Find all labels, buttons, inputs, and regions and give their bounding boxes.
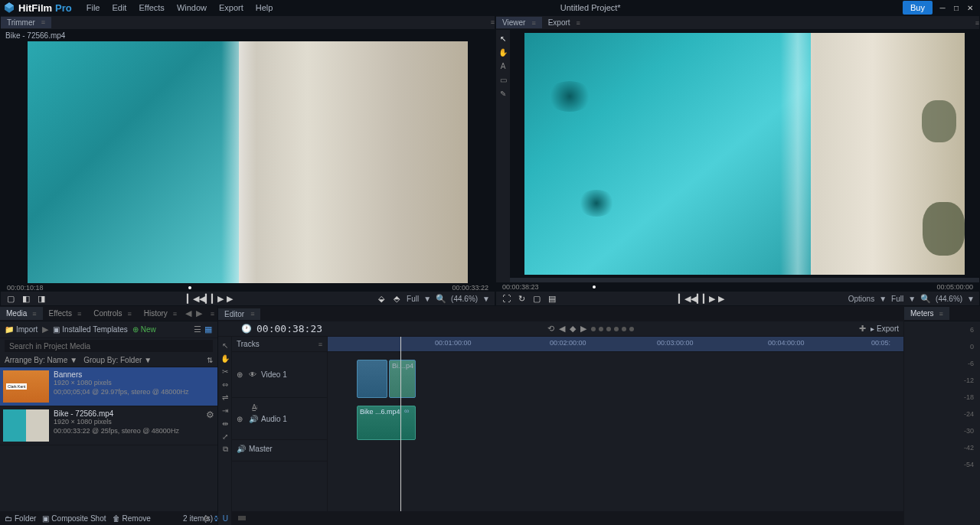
next-marker-icon[interactable]: ▶ [580,324,586,334]
media-item[interactable]: Banners 1920 × 1080 pixels 00;00;05;04 @… [0,367,217,406]
search-input[interactable] [5,340,213,352]
step-back-button[interactable]: ◀▎ [691,293,702,304]
mark-out-icon[interactable]: ◨ [36,293,47,304]
video-clip[interactable]: Bi....p4 [389,360,416,398]
marker-dot[interactable] [622,327,626,331]
split-icon[interactable]: ▤ [547,293,557,304]
arrange-by[interactable]: Arrange By: Name ▼ [5,356,77,364]
in-out-icon[interactable]: ▢ [5,293,16,304]
video-clip[interactable] [357,360,387,398]
play-button[interactable]: ▎▶ [704,293,714,304]
next-frame-button[interactable]: ▶ [224,293,235,304]
remove-button[interactable]: 🗑 Remove [113,514,151,523]
menu-help[interactable]: Help [250,2,279,14]
effects-tab[interactable]: Effects≡ [43,307,88,320]
play-button[interactable]: ▎▶ [212,293,223,304]
new-button[interactable]: ⊕ New [132,325,156,334]
roll-tool[interactable]: ⇹ [220,418,230,429]
trimmer-quality[interactable]: Full [407,295,419,303]
editor-tab[interactable]: Editor≡ [218,308,260,320]
video-track-label[interactable]: Video 1 [261,370,287,379]
insert-icon[interactable]: ⬙ [376,293,387,304]
tab-nav-right[interactable]: ▶ [194,308,204,318]
select-tool-icon[interactable]: ↖ [498,33,508,44]
timeline-timecode[interactable]: 00:00:38:23 [256,323,322,334]
viewer-preview[interactable] [524,33,965,275]
marker-dot[interactable] [614,327,619,331]
marker-dot[interactable] [629,327,634,331]
crop-icon[interactable]: ▢ [531,293,542,304]
export-button[interactable]: ▸ Export [871,324,899,333]
tracks-menu-icon[interactable]: ≡ [318,341,322,348]
next-frame-button[interactable]: ▶ [716,293,727,304]
snap-u-icon[interactable]: U [223,513,228,523]
viewer-export-tab[interactable]: Export≡ [542,17,586,28]
zoom-icon[interactable]: 🔍 [436,293,446,304]
ripple-tool[interactable]: ⇥ [220,405,230,416]
lock-icon[interactable]: ⊕ [237,415,246,423]
buy-button[interactable]: Buy [903,1,933,15]
viewer-quality[interactable]: Full [891,295,903,303]
templates-button[interactable]: ▣ Installed Templates [53,325,127,334]
marker-dot[interactable] [599,327,603,331]
lock-icon[interactable]: ⊕ [237,370,246,379]
menu-window[interactable]: Window [172,2,212,14]
menu-edit[interactable]: Edit [106,2,132,14]
menu-file[interactable]: File [81,2,106,14]
text-tool-icon[interactable]: A [498,60,508,71]
menu-effects[interactable]: Effects [133,2,169,14]
fullscreen-icon[interactable]: ⛶ [501,293,511,304]
zoom-icon[interactable]: 🔍 [920,293,931,304]
trimmer-preview[interactable] [28,41,468,283]
hand-tool-icon[interactable]: ✋ [498,47,508,57]
slide-tool[interactable]: ⇌ [220,392,230,403]
fx-icon[interactable]: A̲ᵢ [252,403,258,411]
trimmer-tab[interactable]: Trimmer≡ [1,17,51,28]
marker-icon[interactable]: ◆ [570,324,576,334]
gear-icon[interactable]: ⚙ [206,409,214,442]
controls-tab[interactable]: Controls≡ [87,307,138,320]
group-by[interactable]: Group By: Folder ▼ [83,356,152,364]
marker-dot[interactable] [591,327,596,331]
master-track-label[interactable]: Master [249,445,273,453]
marker-dot[interactable] [606,327,611,331]
media-tab[interactable]: Media≡ [0,307,43,320]
folder-button[interactable]: 🗀 Folder [5,514,36,523]
mute-icon[interactable]: 🔊 [237,445,246,453]
timeline-nav-icon[interactable]: ⟲ [547,324,554,334]
link-icon[interactable]: ∞ [404,407,409,415]
viewer-tab[interactable]: Viewer≡ [496,17,542,28]
step-back-button[interactable]: ◀▎ [200,293,211,304]
rate-tool[interactable]: ⤢ [220,431,230,442]
slip-tool[interactable]: ⇔ [220,379,230,390]
gear-icon[interactable]: ⚙ [203,513,210,523]
mute-icon[interactable]: 🔊 [249,415,258,423]
meters-tab[interactable]: Meters≡ [904,307,949,320]
grid-view-icon[interactable]: ▦ [204,325,213,334]
overlay-icon[interactable]: ⬘ [391,293,402,304]
panel-menu-icon[interactable]: ≡ [975,19,979,27]
menu-export[interactable]: Export [214,2,249,14]
media-item[interactable]: Bike - 72566.mp4 1920 × 1080 pixels 00:0… [0,406,217,445]
mask-tool-icon[interactable]: ▭ [498,74,508,85]
hand-tool[interactable]: ✋ [220,353,230,364]
visibility-icon[interactable]: 👁 [249,370,258,379]
minimize-button[interactable]: ─ [936,1,949,15]
mark-in-icon[interactable]: ◧ [21,293,31,304]
prev-marker-icon[interactable]: ◀ [559,324,565,334]
playhead[interactable] [400,337,401,511]
options-label[interactable]: Options [848,295,874,303]
close-button[interactable]: ✕ [963,1,977,15]
slice-tool[interactable]: ✂ [220,366,230,377]
sort-icon[interactable]: ⇅ [207,356,213,364]
timeline-ruler[interactable]: 00:01:00:00 00:02:00:00 00:03:00:00 00:0… [328,337,903,352]
audio-track-label[interactable]: Audio 1 [261,415,287,423]
zoom-out[interactable] [238,516,246,520]
prev-frame-button[interactable]: ▎◀ [188,293,198,304]
history-tab[interactable]: History≡ [138,307,183,320]
loop-icon[interactable]: ↻ [516,293,527,304]
panel-menu-icon[interactable]: ≡ [491,18,495,26]
import-button[interactable]: 📁 Import [5,325,38,334]
prev-frame-button[interactable]: ▎◀ [679,293,690,304]
magnet-icon[interactable]: ⧲ [214,513,218,523]
